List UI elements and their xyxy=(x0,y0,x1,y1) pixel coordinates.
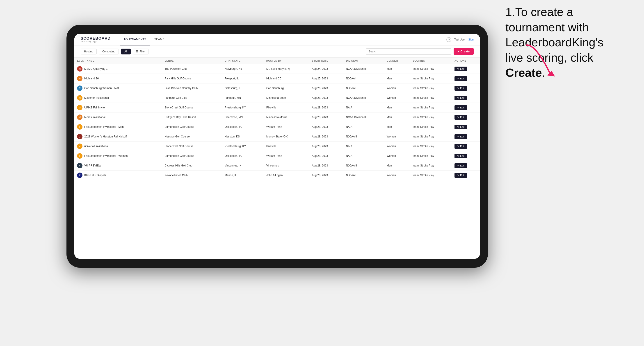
cell-hosted-by: William Penn xyxy=(264,122,309,132)
cell-event-name: C Carl Sandburg Women FA23 xyxy=(74,83,162,93)
edit-pencil-icon: ✎ xyxy=(457,155,459,158)
cell-start-date: Aug 24, 2023 xyxy=(309,64,344,74)
sign-link[interactable]: Sign xyxy=(468,38,474,41)
filters-row: Hosting Competing All ☰ Filter + Create xyxy=(74,45,480,58)
edit-label: Edit xyxy=(460,135,464,138)
edit-button[interactable]: ✎ Edit xyxy=(454,173,467,178)
edit-label: Edit xyxy=(460,164,464,167)
col-scoring: SCORING xyxy=(410,58,452,64)
table-row: M MSMC Qualifying 1 The Powelton Club Ne… xyxy=(74,64,480,74)
edit-button[interactable]: ✎ Edit xyxy=(454,67,467,71)
cell-city: Vincennes, IN xyxy=(222,161,264,171)
cell-start-date: Aug 28, 2023 xyxy=(309,142,344,151)
cell-venue: Kokopelli Golf Club xyxy=(162,171,222,180)
cell-actions: ✎ Edit xyxy=(452,122,480,132)
event-name-text: Highland 36 xyxy=(84,77,99,80)
cell-hosted-by: Murray State (OK) xyxy=(264,132,309,142)
edit-button[interactable]: ✎ Edit xyxy=(454,125,467,129)
cell-actions: ✎ Edit xyxy=(452,161,480,171)
logo-area: SCOREBOARD Powered by Clippr xyxy=(81,36,111,43)
cell-city: Prestonsburg, KY xyxy=(222,142,264,151)
content-area: Hosting Competing All ☰ Filter + Create xyxy=(74,45,480,259)
cell-city: Galesburg, IL xyxy=(222,83,264,93)
col-actions: ACTIONS xyxy=(452,58,480,64)
edit-pencil-icon: ✎ xyxy=(457,106,459,109)
cell-venue: Park Hills Golf Course xyxy=(162,74,222,83)
logo-title: SCOREBOARD xyxy=(81,36,111,41)
edit-button[interactable]: ✎ Edit xyxy=(454,134,467,139)
edit-label: Edit xyxy=(460,155,464,157)
cell-venue: StoneCrest Golf Course xyxy=(162,103,222,113)
cell-event-name: U UPIKE Fall Invite xyxy=(74,103,162,113)
filter-button[interactable]: ☰ Filter xyxy=(133,49,148,54)
table-row: K Klash at Kokopelli Kokopelli Golf Club… xyxy=(74,171,480,180)
tab-teams[interactable]: TEAMS xyxy=(150,34,168,45)
cell-hosted-by: Mt. Saint Mary (NY) xyxy=(264,64,309,74)
cell-venue: Edmundson Golf Course xyxy=(162,151,222,161)
cell-scoring: team, Stroke Play xyxy=(410,93,452,103)
search-input[interactable] xyxy=(366,48,451,55)
edit-button[interactable]: ✎ Edit xyxy=(454,105,467,110)
cell-division: NJCAA II xyxy=(343,161,384,171)
edit-label: Edit xyxy=(460,116,464,119)
cell-venue: Lake Bracken Country Club xyxy=(162,83,222,93)
edit-button[interactable]: ✎ Edit xyxy=(454,76,467,81)
cell-gender: Men xyxy=(384,64,410,74)
tablet-frame: SCOREBOARD Powered by Clippr TOURNAMENTS… xyxy=(66,25,488,268)
cell-scoring: team, Stroke Play xyxy=(410,83,452,93)
top-right: ⚙ Test User Sign xyxy=(446,37,474,42)
team-logo: M xyxy=(77,115,82,120)
hosting-button[interactable]: Hosting xyxy=(81,49,97,54)
table-row: U UPIKE Fall Invite StoneCrest Golf Cour… xyxy=(74,103,480,113)
team-logo: C xyxy=(77,85,82,91)
event-name-text: MSMC Qualifying 1 xyxy=(84,67,108,70)
cell-actions: ✎ Edit xyxy=(452,151,480,161)
table-row: F Fall Statesmen Invitational - Women Ed… xyxy=(74,151,480,161)
col-gender: GENDER xyxy=(384,58,410,64)
cell-venue: Cypress Hills Golf Club xyxy=(162,161,222,171)
filter-label: Filter xyxy=(140,50,146,53)
edit-button[interactable]: ✎ Edit xyxy=(454,163,467,168)
cell-start-date: Aug 28, 2023 xyxy=(309,93,344,103)
cell-event-name: u upike fall invitational xyxy=(74,142,162,151)
cell-gender: Men xyxy=(384,74,410,83)
edit-button[interactable]: ✎ Edit xyxy=(454,96,467,100)
edit-pencil-icon: ✎ xyxy=(457,164,459,167)
create-button[interactable]: + Create xyxy=(454,48,474,55)
table-row: 2 2023 Women's Hesston Fall Kickoff Hess… xyxy=(74,132,480,142)
all-button[interactable]: All xyxy=(121,49,131,54)
edit-button[interactable]: ✎ Edit xyxy=(454,144,467,149)
cell-scoring: team, Stroke Play xyxy=(410,113,452,122)
event-name-text: Carl Sandburg Women FA23 xyxy=(84,87,119,90)
competing-button[interactable]: Competing xyxy=(99,49,119,54)
team-logo: u xyxy=(77,144,82,149)
edit-button[interactable]: ✎ Edit xyxy=(454,86,467,91)
team-logo: F xyxy=(77,153,82,159)
cell-gender: Women xyxy=(384,151,410,161)
gear-icon[interactable]: ⚙ xyxy=(446,37,451,42)
edit-button[interactable]: ✎ Edit xyxy=(454,115,467,120)
cell-gender: Men xyxy=(384,103,410,113)
cell-city: Prestonsburg, KY xyxy=(222,103,264,113)
edit-button[interactable]: ✎ Edit xyxy=(454,154,467,158)
cell-scoring: team, Stroke Play xyxy=(410,151,452,161)
col-event-name: EVENT NAME xyxy=(74,58,162,64)
cell-gender: Women xyxy=(384,132,410,142)
cell-division: NAIA xyxy=(343,122,384,132)
logo-sub: Powered by Clippr xyxy=(81,41,111,43)
cell-venue: Ruttger's Bay Lake Resort xyxy=(162,113,222,122)
top-bar: SCOREBOARD Powered by Clippr TOURNAMENTS… xyxy=(74,34,480,45)
edit-pencil-icon: ✎ xyxy=(457,116,459,119)
cell-hosted-by: John A Logan xyxy=(264,171,309,180)
table-row: C Carl Sandburg Women FA23 Lake Bracken … xyxy=(74,83,480,93)
cell-division: NAIA xyxy=(343,151,384,161)
edit-pencil-icon: ✎ xyxy=(457,77,459,80)
cell-gender: Men xyxy=(384,161,410,171)
tab-tournaments[interactable]: TOURNAMENTS xyxy=(120,34,150,45)
table-row: H Highland 36 Park Hills Golf Course Fre… xyxy=(74,74,480,83)
cell-city: Newburgh, NY xyxy=(222,64,264,74)
edit-label: Edit xyxy=(460,87,464,90)
tournaments-table: EVENT NAME VENUE CITY, STATE HOSTED BY S… xyxy=(74,58,480,180)
cell-gender: Women xyxy=(384,93,410,103)
cell-actions: ✎ Edit xyxy=(452,142,480,151)
